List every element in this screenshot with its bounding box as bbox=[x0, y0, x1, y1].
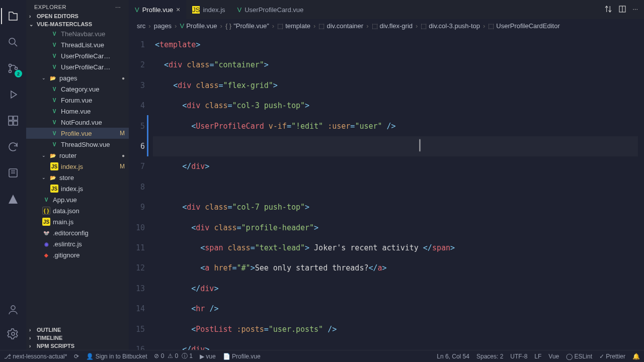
file-item[interactable]: JSindex.js bbox=[26, 183, 129, 194]
extensions-icon[interactable] bbox=[1, 109, 25, 133]
explorer-icon[interactable] bbox=[1, 4, 25, 28]
signin-button[interactable]: 👤 Sign in to Bitbucket bbox=[86, 353, 147, 360]
code-content[interactable]: <template> <div class="container"> <div … bbox=[153, 33, 639, 350]
outline-section[interactable]: ›OUTLINE bbox=[26, 326, 129, 334]
minimap[interactable] bbox=[639, 33, 644, 350]
tab-userprofilecard[interactable]: VUserProfileCard.vue bbox=[231, 0, 310, 19]
file-tree: VTheNavbar.vue VThreadList.vue VUserProf… bbox=[26, 28, 129, 326]
folder-store[interactable]: ⌄📂store bbox=[26, 172, 129, 183]
file-item[interactable]: VUserProfileCar… bbox=[26, 61, 129, 72]
explorer-title: EXPLORER··· bbox=[26, 0, 129, 12]
file-item[interactable]: VThreadShow.vue bbox=[26, 139, 129, 150]
breadcrumb[interactable]: src› pages› VProfile.vue› { } "Profile.v… bbox=[129, 19, 644, 33]
more-icon[interactable]: ··· bbox=[632, 5, 638, 15]
language-indicator[interactable]: Vue bbox=[548, 353, 559, 360]
status-bar: ⎇ next-lessons-actual* ⟳ 👤 Sign in to Bi… bbox=[0, 350, 644, 362]
refresh-icon[interactable] bbox=[1, 135, 25, 159]
tab-index[interactable]: JSindex.js bbox=[186, 0, 231, 19]
close-icon[interactable]: × bbox=[176, 6, 180, 14]
encoding-indicator[interactable]: UTF-8 bbox=[510, 353, 527, 360]
account-icon[interactable] bbox=[1, 298, 25, 322]
project-section[interactable]: ⌄VUE-MASTERCLASS bbox=[26, 20, 129, 28]
tab-bar: VProfile.vue× JSindex.js VUserProfileCar… bbox=[129, 0, 644, 19]
svg-rect-5 bbox=[14, 116, 18, 120]
project-icon[interactable] bbox=[1, 161, 25, 185]
file-item[interactable]: ◆.gitignore bbox=[26, 249, 129, 260]
explorer-sidebar: EXPLORER··· ›OPEN EDITORS ⌄VUE-MASTERCLA… bbox=[26, 0, 129, 350]
file-item[interactable]: VApp.vue bbox=[26, 194, 129, 205]
open-editors-section[interactable]: ›OPEN EDITORS bbox=[26, 12, 129, 20]
folder-router[interactable]: ⌄📂router● bbox=[26, 150, 129, 161]
file-item[interactable]: VForum.vue bbox=[26, 95, 129, 106]
branch-indicator[interactable]: ⎇ next-lessons-actual* bbox=[4, 353, 67, 360]
line-gutter: 12345678910111213141516 bbox=[129, 33, 153, 350]
file-item[interactable]: { }data.json bbox=[26, 205, 129, 216]
file-item[interactable]: VThreadList.vue bbox=[26, 39, 129, 50]
code-editor[interactable]: 12345678910111213141516 <template> <div … bbox=[129, 33, 644, 350]
problems-indicator[interactable]: ⊘ 0 ⚠ 0 ⓘ 1 bbox=[154, 352, 192, 360]
file-item[interactable]: JSmain.js bbox=[26, 216, 129, 227]
file-item[interactable]: JSindex.jsM bbox=[26, 161, 129, 172]
source-control-icon[interactable]: 2 bbox=[1, 56, 25, 80]
npm-section[interactable]: ›NPM SCRIPTS bbox=[26, 342, 129, 350]
scm-badge: 2 bbox=[15, 70, 22, 77]
timeline-section[interactable]: ›TIMELINE bbox=[26, 334, 129, 342]
file-item[interactable]: VCategory.vue bbox=[26, 83, 129, 95]
cursor-position[interactable]: Ln 6, Col 54 bbox=[437, 353, 469, 360]
debug-icon[interactable] bbox=[1, 82, 25, 107]
file-badge[interactable]: 📄 Profile.vue bbox=[223, 353, 261, 360]
file-item[interactable]: VNotFound.vue bbox=[26, 117, 129, 128]
prettier-indicator[interactable]: ✓ Prettier bbox=[599, 353, 625, 360]
bookmark-icon[interactable] bbox=[1, 187, 25, 211]
svg-point-0 bbox=[9, 38, 15, 44]
svg-point-2 bbox=[9, 70, 12, 73]
svg-rect-4 bbox=[9, 116, 13, 120]
compare-icon[interactable] bbox=[604, 5, 612, 15]
settings-icon[interactable] bbox=[1, 322, 25, 346]
svg-point-10 bbox=[12, 332, 15, 335]
notifications-icon[interactable]: 🔔 bbox=[632, 353, 640, 360]
file-item[interactable]: ◉.eslintrc.js bbox=[26, 238, 129, 249]
svg-point-9 bbox=[11, 306, 15, 310]
file-profile[interactable]: VProfile.vueM bbox=[26, 128, 129, 139]
folder-pages[interactable]: ⌄📂pages● bbox=[26, 72, 129, 83]
text-cursor bbox=[420, 139, 420, 151]
tab-profile[interactable]: VProfile.vue× bbox=[129, 0, 186, 19]
lang-badge[interactable]: ▶ vue bbox=[200, 353, 216, 360]
file-item[interactable]: VUserProfileCar… bbox=[26, 50, 129, 61]
editor: VProfile.vue× JSindex.js VUserProfileCar… bbox=[129, 0, 644, 350]
activity-bar: 2 bbox=[0, 0, 26, 350]
split-icon[interactable] bbox=[618, 5, 626, 15]
file-item[interactable]: VHome.vue bbox=[26, 106, 129, 117]
more-icon[interactable]: ··· bbox=[115, 4, 121, 10]
sync-icon[interactable]: ⟳ bbox=[74, 353, 79, 360]
file-item[interactable]: 🐭.editorconfig bbox=[26, 227, 129, 238]
svg-rect-7 bbox=[14, 121, 18, 125]
indent-indicator[interactable]: Spaces: 2 bbox=[476, 353, 503, 360]
search-icon[interactable] bbox=[1, 30, 25, 54]
svg-rect-6 bbox=[9, 121, 13, 125]
eslint-indicator[interactable]: ◯ ESLint bbox=[566, 353, 592, 360]
file-item[interactable]: VTheNavbar.vue bbox=[26, 28, 129, 39]
svg-point-1 bbox=[9, 64, 12, 67]
eol-indicator[interactable]: LF bbox=[534, 353, 541, 360]
